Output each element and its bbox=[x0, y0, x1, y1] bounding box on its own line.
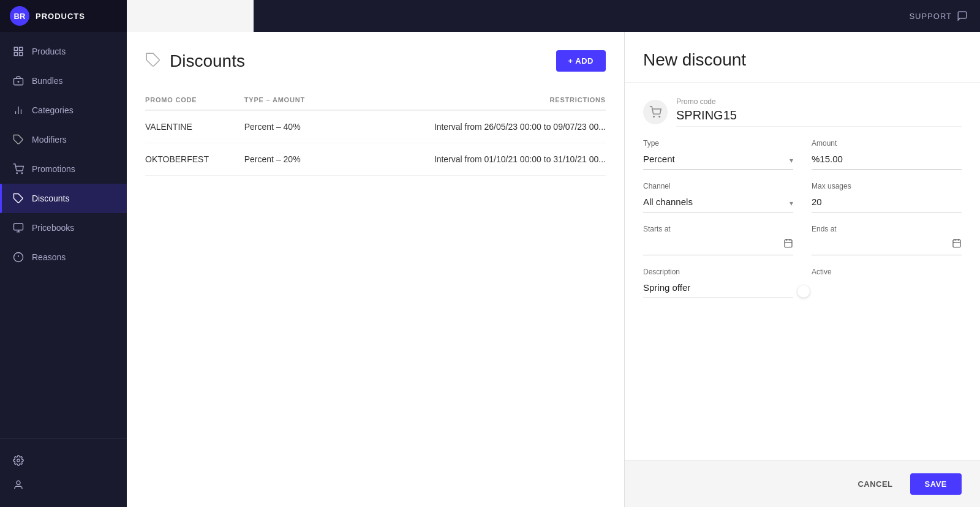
channel-maxusages-group: Channel All channels Online In-store ▾ M… bbox=[643, 182, 962, 212]
grid-icon bbox=[12, 45, 24, 58]
col-type-amount: TYPE – AMOUNT bbox=[244, 90, 339, 110]
new-discount-title: New discount bbox=[643, 50, 962, 70]
sidebar-item-discounts[interactable]: Discounts bbox=[0, 184, 127, 213]
ends-at-label: Ends at bbox=[812, 225, 962, 233]
cell-type-amount: Percent – 40% bbox=[244, 110, 339, 143]
ends-at-input[interactable] bbox=[812, 237, 952, 255]
channel-select[interactable]: All channels Online In-store bbox=[643, 194, 793, 212]
type-amount-group: Type Percent Fixed Free shipping ▾ Amoun… bbox=[643, 139, 962, 170]
svg-point-11 bbox=[17, 173, 18, 174]
col-promo-code: PROMO CODE bbox=[145, 90, 244, 110]
sidebar-item-promotions[interactable]: Promotions bbox=[0, 154, 127, 184]
sidebar-item-bundles[interactable]: Bundles bbox=[0, 66, 127, 96]
discounts-title-icon bbox=[145, 52, 161, 70]
gear-icon bbox=[12, 454, 24, 467]
sidebar-item-user[interactable] bbox=[12, 473, 115, 497]
description-label: Description bbox=[643, 268, 793, 276]
panels-wrapper: Discounts + ADD PROMO CODE TYPE – AMOUNT… bbox=[127, 32, 980, 507]
app-title: PRODUCTS bbox=[36, 12, 85, 21]
discounts-title: Discounts bbox=[170, 51, 245, 71]
calendar-icon-end[interactable] bbox=[952, 238, 962, 254]
table-row[interactable]: OKTOBERFEST Percent – 20% Interval from … bbox=[145, 143, 606, 176]
sidebar-label-discounts: Discounts bbox=[32, 193, 69, 203]
new-discount-footer: CANCEL SAVE bbox=[625, 460, 980, 507]
sidebar-label-bundles: Bundles bbox=[32, 76, 63, 86]
sidebar-item-categories[interactable]: Categories bbox=[0, 96, 127, 125]
cart-icon bbox=[649, 106, 662, 118]
add-discount-button[interactable]: + ADD bbox=[556, 50, 606, 72]
svg-rect-1 bbox=[20, 47, 23, 50]
sidebar-item-products[interactable]: Products bbox=[0, 37, 127, 66]
sidebar-bottom bbox=[0, 438, 127, 507]
starts-at-wrapper bbox=[643, 237, 793, 255]
type-label: Type bbox=[643, 139, 793, 148]
description-field: Description bbox=[643, 268, 793, 298]
cell-promo-code: VALENTINE bbox=[145, 110, 244, 143]
support-icon bbox=[957, 10, 968, 21]
save-button[interactable]: SAVE bbox=[910, 473, 962, 495]
cell-restrictions: Interval from 26/05/23 00:00 to 09/07/23… bbox=[339, 110, 606, 143]
discounts-header: Discounts + ADD bbox=[145, 50, 606, 72]
max-usages-input[interactable] bbox=[812, 194, 962, 212]
new-discount-header: New discount bbox=[625, 32, 980, 83]
main-content: SUPPORT Discounts bbox=[127, 0, 980, 507]
reasons-icon bbox=[12, 251, 24, 263]
sidebar-label-pricebooks: Pricebooks bbox=[32, 223, 74, 233]
starts-at-label: Starts at bbox=[643, 225, 793, 233]
type-select-wrapper: Percent Fixed Free shipping ▾ bbox=[643, 151, 793, 170]
tag-icon bbox=[12, 133, 24, 146]
pricebooks-icon bbox=[12, 222, 24, 234]
promo-code-value: SPRING15 bbox=[676, 108, 962, 127]
discounts-table: PROMO CODE TYPE – AMOUNT RESTRICTIONS VA… bbox=[145, 90, 606, 176]
dates-group: Starts at bbox=[643, 225, 962, 255]
svg-point-20 bbox=[17, 459, 20, 462]
description-input[interactable] bbox=[643, 280, 793, 298]
topbar: SUPPORT bbox=[254, 0, 980, 32]
max-usages-field: Max usages bbox=[812, 182, 962, 212]
cell-promo-code: OKTOBERFEST bbox=[145, 143, 244, 176]
active-field: Active bbox=[812, 268, 962, 298]
active-label: Active bbox=[812, 268, 962, 276]
sidebar-item-pricebooks[interactable]: Pricebooks bbox=[0, 213, 127, 242]
promotions-icon bbox=[12, 163, 24, 175]
new-discount-panel: New discount Promo code SPRING15 bbox=[625, 32, 980, 507]
sidebar-item-modifiers[interactable]: Modifiers bbox=[0, 125, 127, 154]
sidebar-header: BR PRODUCTS bbox=[0, 0, 127, 32]
promo-icon-area: Promo code SPRING15 bbox=[643, 97, 962, 127]
svg-rect-29 bbox=[953, 239, 960, 247]
description-active-group: Description Active bbox=[643, 268, 962, 298]
user-icon bbox=[12, 479, 24, 491]
svg-point-24 bbox=[659, 116, 660, 118]
max-usages-label: Max usages bbox=[812, 182, 962, 190]
promo-code-section: Promo code SPRING15 bbox=[676, 97, 962, 127]
cell-restrictions: Interval from 01/10/21 00:00 to 31/10/21… bbox=[339, 143, 606, 176]
amount-label: Amount bbox=[812, 139, 962, 148]
svg-rect-0 bbox=[14, 47, 17, 50]
starts-at-field: Starts at bbox=[643, 225, 793, 255]
amount-input[interactable] bbox=[812, 151, 962, 170]
type-select[interactable]: Percent Fixed Free shipping bbox=[643, 151, 793, 170]
cancel-button[interactable]: CANCEL bbox=[848, 473, 902, 495]
sidebar-label-reasons: Reasons bbox=[32, 252, 66, 262]
ends-at-field: Ends at bbox=[812, 225, 962, 255]
calendar-icon-start[interactable] bbox=[783, 238, 793, 254]
app-logo: BR bbox=[10, 6, 29, 26]
starts-at-input[interactable] bbox=[643, 237, 783, 255]
channel-field: Channel All channels Online In-store ▾ bbox=[643, 182, 793, 212]
sidebar-label-modifiers: Modifiers bbox=[32, 135, 67, 145]
svg-point-23 bbox=[654, 116, 655, 118]
bundle-icon bbox=[12, 75, 24, 87]
table-row[interactable]: VALENTINE Percent – 40% Interval from 26… bbox=[145, 110, 606, 143]
sidebar-item-settings[interactable] bbox=[12, 448, 115, 473]
support-label: SUPPORT bbox=[909, 12, 952, 21]
svg-rect-14 bbox=[14, 223, 23, 230]
discounts-list-panel: Discounts + ADD PROMO CODE TYPE – AMOUNT… bbox=[127, 32, 625, 507]
support-link[interactable]: SUPPORT bbox=[909, 10, 968, 21]
type-field: Type Percent Fixed Free shipping ▾ bbox=[643, 139, 793, 170]
sidebar-label-categories: Categories bbox=[32, 105, 74, 115]
svg-point-21 bbox=[17, 481, 20, 484]
promo-code-label: Promo code bbox=[676, 97, 962, 106]
channel-select-wrapper: All channels Online In-store ▾ bbox=[643, 194, 793, 212]
discounts-icon bbox=[12, 192, 24, 205]
sidebar-item-reasons[interactable]: Reasons bbox=[0, 242, 127, 272]
